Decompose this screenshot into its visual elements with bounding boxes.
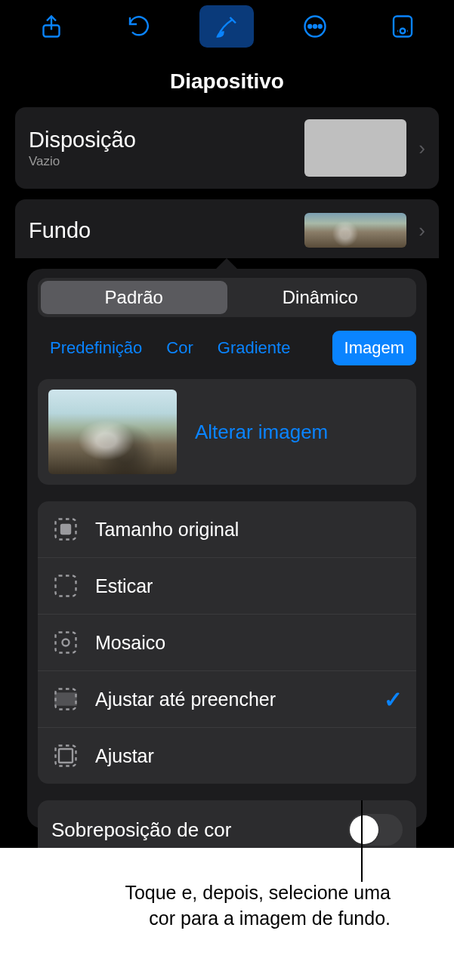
- scale-label: Ajustar até preencher: [95, 689, 369, 710]
- svg-point-2: [308, 25, 311, 28]
- more-button[interactable]: [288, 5, 342, 48]
- segment-standard[interactable]: Padrão: [41, 281, 227, 314]
- scale-fit-icon: [51, 741, 80, 770]
- layout-thumbnail: [304, 119, 406, 177]
- image-card: Alterar imagem: [38, 379, 416, 485]
- segmented-control[interactable]: Padrão Dinâmico: [38, 278, 416, 317]
- svg-rect-10: [56, 633, 76, 653]
- svg-point-11: [63, 639, 69, 646]
- change-image-button[interactable]: Alterar imagem: [195, 421, 328, 444]
- fill-tabs: Predefinição Cor Gradiente Imagem: [38, 331, 416, 365]
- layout-subtitle: Vazio: [29, 154, 292, 169]
- tab-gradient[interactable]: Gradiente: [205, 331, 303, 365]
- background-image-preview: [48, 390, 177, 474]
- checkmark-icon: ✓: [384, 686, 403, 713]
- tab-image[interactable]: Imagem: [332, 331, 416, 365]
- scale-tile[interactable]: Mosaico ✓: [38, 615, 416, 671]
- tab-color[interactable]: Cor: [154, 331, 205, 365]
- scale-label: Tamanho original: [95, 519, 403, 541]
- callout-leader-line: [361, 800, 363, 882]
- svg-point-4: [318, 25, 321, 28]
- phone-screen: Diapositivo Disposição Vazio › Fundo › P…: [0, 0, 454, 848]
- segment-dynamic[interactable]: Dinâmico: [227, 281, 414, 314]
- chevron-right-icon: ›: [418, 219, 425, 242]
- toggle-knob: [350, 815, 378, 844]
- scale-stretch-icon: [51, 572, 80, 600]
- svg-rect-9: [56, 576, 76, 596]
- toolbar: [0, 0, 454, 53]
- layout-labels: Disposição Vazio: [29, 128, 292, 169]
- scale-fill-icon: [51, 685, 80, 713]
- scale-label: Mosaico: [95, 632, 403, 654]
- color-overlay-label: Sobreposição de cor: [51, 818, 336, 842]
- color-overlay-row: Sobreposição de cor: [38, 800, 416, 848]
- scale-stretch[interactable]: Esticar ✓: [38, 558, 416, 615]
- presenter-view-button[interactable]: [375, 5, 430, 48]
- background-popover: Padrão Dinâmico Predefinição Cor Gradien…: [27, 269, 427, 828]
- scale-fill[interactable]: Ajustar até preencher ✓: [38, 671, 416, 728]
- scale-label: Esticar: [95, 575, 403, 597]
- layout-title: Disposição: [29, 128, 292, 153]
- scale-label: Ajustar: [95, 745, 403, 767]
- format-button[interactable]: [199, 5, 254, 48]
- svg-point-3: [313, 25, 317, 28]
- page-title: Diapositivo: [0, 53, 454, 107]
- svg-rect-13: [56, 694, 76, 705]
- background-row[interactable]: Fundo ›: [15, 199, 439, 258]
- undo-button[interactable]: [112, 5, 166, 48]
- tab-preset[interactable]: Predefinição: [38, 331, 154, 365]
- scale-fit[interactable]: Ajustar ✓: [38, 728, 416, 784]
- scale-list: Tamanho original ✓ Esticar ✓ Mosaico ✓ A…: [38, 501, 416, 784]
- background-thumbnail: [304, 213, 406, 248]
- share-button[interactable]: [24, 5, 79, 48]
- scale-tile-icon: [51, 628, 80, 657]
- svg-rect-15: [59, 749, 73, 763]
- scale-original-icon: [51, 515, 80, 544]
- svg-point-6: [400, 29, 406, 34]
- layout-row[interactable]: Disposição Vazio ›: [15, 107, 439, 189]
- color-overlay-toggle[interactable]: [348, 814, 403, 846]
- chevron-right-icon: ›: [418, 137, 425, 160]
- callout-text: Toque e, depois, selecione uma cor para …: [103, 880, 391, 932]
- scale-original-size[interactable]: Tamanho original ✓: [38, 501, 416, 558]
- svg-rect-8: [61, 525, 70, 534]
- background-title: Fundo: [29, 218, 292, 243]
